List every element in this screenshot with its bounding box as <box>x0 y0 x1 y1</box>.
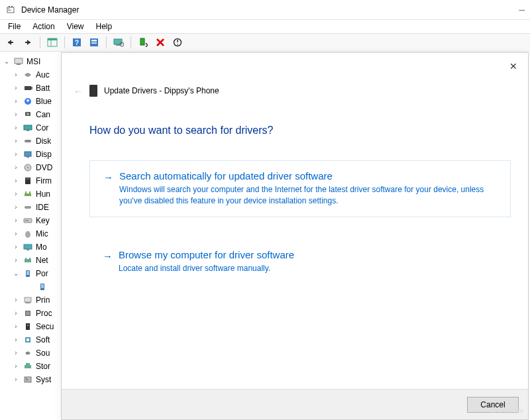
svg-rect-3 <box>8 9 10 9</box>
uninstall-button[interactable] <box>152 35 168 50</box>
arrow-right-icon: → <box>103 172 113 207</box>
expand-icon[interactable]: › <box>12 174 20 187</box>
minimize-button[interactable]: ─ <box>519 5 525 15</box>
show-hide-tree-button[interactable] <box>44 35 60 50</box>
tree-item-label: Syst <box>36 373 51 386</box>
svg-rect-1 <box>9 6 10 7</box>
category-icon <box>23 123 33 133</box>
dialog-heading: How do you want to search for drivers? <box>89 125 273 136</box>
tree-item-label: Can <box>36 108 50 121</box>
expand-icon[interactable]: › <box>12 68 20 81</box>
dialog-title: Update Drivers - Dippsy's Phone <box>104 86 219 95</box>
back-button[interactable] <box>3 35 19 50</box>
category-icon <box>23 295 33 305</box>
svg-rect-44 <box>27 220 28 221</box>
category-icon <box>23 96 33 107</box>
category-icon <box>23 348 33 358</box>
expand-icon[interactable]: › <box>12 360 20 373</box>
svg-rect-57 <box>25 302 30 303</box>
svg-rect-59 <box>26 311 30 315</box>
svg-rect-4 <box>8 10 11 11</box>
app-icon <box>5 5 16 15</box>
svg-rect-47 <box>24 244 32 249</box>
menu-view[interactable]: View <box>63 21 88 32</box>
tree-item-label: Sou <box>36 346 50 360</box>
category-icon <box>23 229 33 239</box>
expand-icon[interactable]: › <box>12 307 20 320</box>
watermark: wsxdn.com <box>490 407 523 415</box>
scan-hardware-button[interactable] <box>111 35 127 50</box>
category-icon <box>23 176 33 186</box>
expand-icon[interactable]: › <box>12 108 20 121</box>
computer-icon <box>13 56 24 67</box>
menu-action[interactable]: Action <box>28 21 58 32</box>
expand-icon[interactable]: › <box>12 201 20 214</box>
tree-item-label: Mic <box>36 227 48 240</box>
svg-rect-14 <box>91 42 97 42</box>
category-icon <box>23 189 33 199</box>
expand-icon[interactable]: › <box>12 95 20 108</box>
expand-icon[interactable]: ⌄ <box>12 267 20 280</box>
svg-rect-2 <box>11 6 13 7</box>
svg-rect-41 <box>25 206 31 209</box>
tree-item-label: Secu <box>36 320 54 333</box>
option-search-automatically[interactable]: → Search automatically for updated drive… <box>89 160 511 217</box>
toolbar-separator <box>64 36 65 48</box>
svg-rect-23 <box>17 64 21 65</box>
svg-rect-50 <box>25 258 26 259</box>
category-icon <box>23 149 33 160</box>
svg-rect-60 <box>26 323 30 330</box>
category-icon <box>23 308 33 319</box>
tree-item-label: Auc <box>36 68 50 81</box>
expand-icon[interactable]: › <box>12 227 20 240</box>
forward-button[interactable] <box>20 35 36 50</box>
tree-item-label: Net <box>36 254 48 267</box>
svg-rect-30 <box>26 130 29 131</box>
tree-root-label: MSI <box>26 55 40 68</box>
expand-icon[interactable]: › <box>12 134 20 148</box>
properties-button[interactable] <box>86 35 102 50</box>
option-description: Locate and install driver software manua… <box>119 263 498 274</box>
expand-icon[interactable]: › <box>12 81 20 95</box>
expand-icon[interactable]: › <box>12 346 20 360</box>
expand-icon[interactable]: › <box>12 240 20 254</box>
svg-rect-68 <box>26 380 28 380</box>
svg-rect-56 <box>25 297 31 302</box>
svg-rect-55 <box>41 284 44 288</box>
expand-icon[interactable]: › <box>12 293 20 307</box>
tree-item-label: Proc <box>36 307 52 320</box>
tree-item-label: Por <box>36 267 48 280</box>
tree-item-label: Disk <box>36 134 51 148</box>
expand-icon[interactable]: › <box>12 320 20 333</box>
svg-rect-51 <box>29 258 30 259</box>
expand-icon[interactable]: › <box>12 121 20 134</box>
update-driver-button[interactable] <box>135 35 151 50</box>
svg-rect-39 <box>25 191 26 193</box>
expand-icon[interactable]: › <box>12 214 20 227</box>
menu-help[interactable]: Help <box>92 21 117 32</box>
svg-rect-13 <box>91 40 97 41</box>
menu-file[interactable]: File <box>4 21 25 32</box>
toolbar: ? <box>0 33 530 52</box>
expand-icon[interactable]: › <box>12 187 20 201</box>
option-description: Windows will search your computer and th… <box>119 184 497 207</box>
svg-rect-5 <box>8 42 13 43</box>
option-browse-computer[interactable]: → Browse my computer for driver software… <box>89 240 511 284</box>
expand-icon[interactable]: › <box>12 254 20 267</box>
disable-button[interactable] <box>170 35 186 50</box>
tree-item-label: Batt <box>36 81 50 95</box>
expand-icon[interactable]: › <box>12 148 20 161</box>
menu-bar: File Action View Help <box>0 20 530 33</box>
expand-icon[interactable]: › <box>12 373 20 386</box>
close-button[interactable]: ✕ <box>505 58 521 74</box>
svg-rect-16 <box>114 39 122 44</box>
collapse-icon[interactable]: ⌄ <box>3 55 11 68</box>
help-button[interactable]: ? <box>69 35 85 50</box>
svg-rect-48 <box>26 249 29 250</box>
dialog-back-button[interactable]: ← <box>74 86 83 97</box>
svg-rect-43 <box>25 220 26 221</box>
expand-icon[interactable]: › <box>12 333 20 346</box>
tree-item-label: Mo <box>36 240 47 254</box>
toolbar-separator <box>40 36 40 48</box>
expand-icon[interactable]: › <box>12 161 20 174</box>
